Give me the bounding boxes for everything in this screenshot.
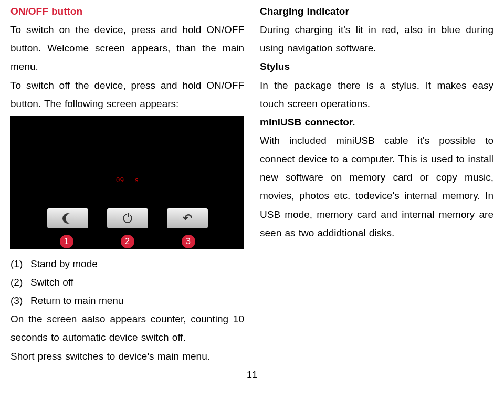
badge-1: 1 bbox=[60, 235, 74, 248]
counter-unit: s bbox=[134, 174, 139, 186]
list-text: Return to main menu bbox=[30, 291, 123, 310]
return-button: ↶ bbox=[167, 208, 208, 228]
list-number: (1) bbox=[10, 255, 30, 273]
badge-2: 2 bbox=[121, 235, 134, 248]
list-number: (3) bbox=[10, 291, 30, 310]
paragraph: On the screen aalso appears counter, cou… bbox=[10, 310, 244, 346]
paragraph: With included miniUSB cable it's possibl… bbox=[260, 131, 494, 242]
right-column: Charging indicator During charging it's … bbox=[260, 2, 494, 365]
standby-button bbox=[47, 208, 88, 228]
list-text: Stand by mode bbox=[30, 255, 98, 273]
stylus-heading: Stylus bbox=[260, 57, 494, 76]
badge-3: 3 bbox=[182, 235, 195, 248]
moon-icon bbox=[62, 213, 73, 224]
miniusb-heading: miniUSB connector. bbox=[260, 113, 494, 131]
power-icon bbox=[123, 214, 132, 223]
paragraph: To switch off the device, press and hold… bbox=[10, 76, 244, 113]
page-number: 11 bbox=[10, 366, 494, 384]
device-screenshot: 09 s ↶ 1 2 3 bbox=[10, 116, 244, 249]
list-item: (1) Stand by mode bbox=[10, 255, 244, 273]
paragraph: In the package there is a stylus. It mak… bbox=[260, 76, 494, 113]
list-number: (2) bbox=[10, 273, 30, 291]
onoff-heading: ON/OFF button bbox=[10, 2, 244, 20]
paragraph: Short press switches to device's main me… bbox=[10, 347, 244, 365]
countdown-counter: 09 s bbox=[116, 174, 139, 186]
paragraph: During charging it's lit in red, also in… bbox=[260, 20, 494, 57]
left-column: ON/OFF button To switch on the device, p… bbox=[10, 2, 244, 365]
switchoff-button bbox=[107, 208, 148, 228]
charging-heading: Charging indicator bbox=[260, 2, 494, 20]
list-item: (2) Switch off bbox=[10, 273, 244, 291]
return-icon: ↶ bbox=[183, 208, 192, 229]
list-item: (3) Return to main menu bbox=[10, 291, 244, 310]
counter-number: 09 bbox=[116, 174, 124, 186]
list-text: Switch off bbox=[30, 273, 74, 291]
paragraph: To switch on the device, press and hold … bbox=[10, 20, 244, 76]
